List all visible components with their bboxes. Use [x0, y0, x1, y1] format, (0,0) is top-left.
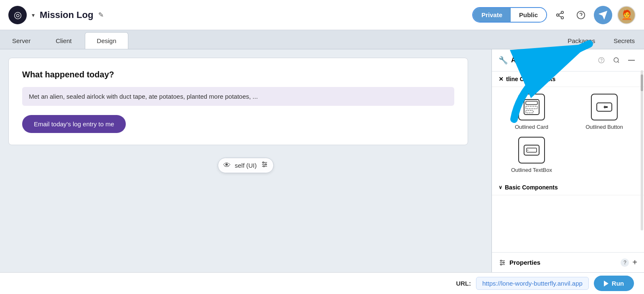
outlined-button-label: Outlined Button: [585, 124, 623, 130]
self-ui-bar: 👁 self (UI): [8, 158, 483, 173]
outlined-textbox-label: Outlined TextBox: [511, 167, 552, 173]
main-layout: What happened today? Email today's log e…: [0, 49, 644, 272]
scrollbar-track[interactable]: [641, 70, 643, 230]
basic-section-header[interactable]: ∨ Basic Components: [492, 180, 644, 195]
url-label: URL:: [456, 280, 471, 287]
tabs-bar: Server Client Design Packages Secrets: [0, 30, 644, 49]
svg-point-2: [561, 16, 564, 18]
svg-point-29: [503, 262, 504, 263]
outline-section-label: tline Components: [506, 76, 555, 82]
tab-packages[interactable]: Packages: [558, 32, 604, 49]
tab-server[interactable]: Server: [0, 32, 43, 49]
public-button[interactable]: Public: [511, 8, 546, 22]
outline-section-chevron: ✕: [499, 76, 504, 82]
self-ui-label: self (UI): [235, 162, 257, 169]
minimize-icon: —: [628, 56, 635, 64]
panel-header: 🔧 Add Component... —: [492, 49, 644, 72]
svg-line-4: [559, 13, 561, 14]
header: ◎ ▾ Mission Log ✎ Private Public 🧑‍🦰: [0, 0, 644, 30]
scrollbar-thumb[interactable]: [641, 74, 643, 91]
run-label: Run: [612, 280, 624, 287]
visibility-toggle: Private Public: [472, 7, 547, 23]
app-title: Mission Log: [40, 10, 93, 20]
email-log-button[interactable]: Email today's log entry to me: [22, 115, 126, 133]
svg-point-10: [263, 162, 264, 163]
panel-search-button[interactable]: [611, 54, 622, 66]
tab-secrets[interactable]: Secrets: [604, 32, 644, 49]
panel-minimize-button[interactable]: —: [626, 54, 637, 66]
help-icon: [576, 10, 585, 20]
logo-icon: ◎: [14, 10, 22, 20]
app-dropdown-chevron[interactable]: ▾: [32, 12, 35, 18]
outlined-button-icon: [591, 94, 618, 120]
components-grid: Outlined Card Outlined Button: [492, 87, 644, 180]
publish-button[interactable]: [594, 6, 612, 24]
run-icon: [604, 281, 608, 286]
share-button[interactable]: [552, 7, 568, 23]
panel-help-button[interactable]: [596, 54, 607, 66]
svg-point-11: [265, 164, 267, 165]
tab-design[interactable]: Design: [85, 32, 129, 49]
outlined-card-icon: [518, 94, 545, 120]
avatar[interactable]: 🧑‍🦰: [617, 6, 636, 24]
card-heading: What happened today?: [22, 70, 454, 79]
svg-point-15: [614, 58, 619, 62]
svg-rect-19: [526, 106, 537, 109]
basic-section-label: Basic Components: [505, 184, 558, 191]
properties-help-button[interactable]: ?: [621, 258, 629, 267]
svg-point-1: [557, 14, 559, 16]
properties-icon: [499, 259, 506, 266]
svg-rect-20: [526, 110, 533, 113]
self-ui-settings-icon[interactable]: [261, 161, 268, 170]
url-link[interactable]: https://lone-wordy-butterfly.anvil.app: [476, 277, 589, 290]
component-outlined-textbox[interactable]: Outlined TextBox: [499, 137, 565, 173]
svg-line-16: [618, 61, 619, 63]
properties-add-button[interactable]: +: [632, 258, 637, 267]
panel-title: Add Component...: [511, 56, 592, 64]
edit-title-icon[interactable]: ✎: [98, 11, 104, 19]
self-ui-pill[interactable]: 👁 self (UI): [218, 158, 274, 173]
svg-rect-18: [526, 101, 537, 105]
app-logo[interactable]: ◎: [8, 6, 27, 24]
wrench-icon: 🔧: [499, 56, 508, 65]
svg-rect-17: [524, 100, 539, 115]
private-button[interactable]: Private: [473, 8, 511, 22]
svg-point-28: [501, 260, 502, 261]
properties-section: Properties ? +: [492, 252, 644, 272]
outlined-card-label: Outlined Card: [515, 124, 548, 130]
eye-icon: 👁: [223, 161, 231, 170]
app-card: What happened today? Email today's log e…: [8, 58, 468, 145]
design-canvas: What happened today? Email today's log e…: [0, 49, 491, 272]
component-outlined-button[interactable]: Outlined Button: [571, 94, 637, 130]
share-icon: [555, 10, 565, 20]
footer: URL: https://lone-wordy-butterfly.anvil.…: [0, 272, 644, 294]
svg-point-14: [601, 61, 602, 62]
basic-section-chevron: ∨: [499, 184, 502, 190]
log-input[interactable]: [22, 87, 454, 106]
component-outlined-card[interactable]: Outlined Card: [499, 94, 565, 130]
svg-point-12: [263, 166, 265, 167]
tab-client[interactable]: Client: [43, 32, 84, 49]
publish-icon: [598, 10, 608, 20]
outline-section-header[interactable]: ✕ tline Components: [492, 72, 644, 87]
outlined-textbox-icon: [518, 137, 545, 164]
right-panel: 🔧 Add Component... — ✕ tline Components: [491, 49, 644, 272]
svg-point-30: [501, 264, 502, 265]
properties-title: Properties: [509, 259, 617, 266]
help-button[interactable]: [573, 7, 589, 23]
svg-line-3: [559, 15, 561, 17]
svg-point-0: [561, 11, 564, 13]
run-button[interactable]: Run: [594, 276, 634, 291]
